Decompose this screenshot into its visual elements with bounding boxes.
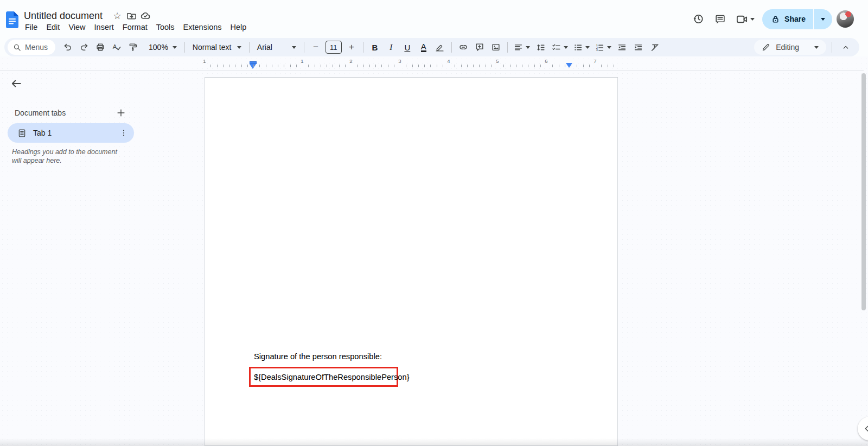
menu-tools[interactable]: Tools (152, 22, 179, 33)
clear-formatting-button[interactable] (648, 40, 662, 54)
share-label: Share (784, 15, 806, 23)
ruler-tick (589, 65, 590, 67)
star-button[interactable]: ☆ (110, 9, 124, 23)
redo-button[interactable] (77, 40, 91, 54)
toolbar-divider (184, 42, 185, 53)
comments-button[interactable] (709, 8, 731, 30)
left-indent-marker[interactable] (250, 64, 256, 69)
menus-search-button[interactable]: Menus (8, 40, 55, 55)
merge-tag-box[interactable]: ${DealsSignatureOfTheResponsiblePerson} (249, 367, 398, 387)
add-comment-button[interactable] (473, 40, 487, 54)
ruler-tick (467, 65, 468, 67)
ruler-tick (229, 65, 229, 67)
checklist-button[interactable] (549, 40, 571, 54)
google-docs-logo-icon[interactable] (6, 11, 18, 28)
undo-button[interactable] (61, 40, 75, 54)
share-button[interactable]: Share (762, 9, 813, 29)
chevron-down-icon (526, 46, 530, 49)
ruler-tick (308, 65, 309, 67)
decrease-indent-button[interactable] (615, 40, 629, 54)
version-history-button[interactable] (687, 8, 709, 30)
line-spacing-button[interactable] (534, 40, 548, 54)
paragraph-style-select[interactable]: Normal text (188, 40, 246, 54)
back-button[interactable] (7, 74, 26, 93)
ruler-tick (486, 65, 486, 67)
meet-video-button[interactable] (731, 8, 752, 30)
increase-indent-button[interactable] (631, 40, 646, 54)
move-folder-button[interactable] (124, 9, 138, 23)
right-indent-marker[interactable] (566, 63, 572, 68)
ruler-tick (430, 65, 431, 67)
zoom-select[interactable]: 100% (144, 40, 181, 54)
menubar: File Edit View Insert Format Tools Exten… (21, 22, 251, 33)
document-tabs-title: Document tabs (15, 109, 66, 117)
vertical-scrollbar-thumb[interactable] (861, 73, 866, 310)
menu-format[interactable]: Format (118, 22, 152, 33)
ruler-tick (479, 65, 480, 67)
paint-format-button[interactable] (126, 40, 140, 54)
ruler-tick (559, 65, 559, 67)
app-header: Untitled document ☆ File Edit View Inser… (0, 0, 868, 38)
insert-image-button[interactable] (489, 40, 503, 54)
sidebar-tab-1[interactable]: Tab 1 (8, 123, 134, 143)
pencil-icon (762, 43, 770, 52)
headings-hint: Headings you add to the document will ap… (12, 148, 122, 165)
font-size-input[interactable]: 11 (326, 41, 342, 54)
ruler-tick (381, 65, 382, 67)
ruler-tick (388, 65, 388, 67)
ruler-tick (473, 65, 474, 67)
highlight-color-button[interactable] (433, 40, 447, 54)
spell-check-button[interactable]: A (110, 40, 124, 54)
cloud-saved-icon[interactable] (138, 9, 152, 23)
text-color-button[interactable]: A (417, 40, 431, 54)
toolbar-divider (832, 42, 832, 53)
ruler-tick (217, 65, 218, 67)
share-dropdown-button[interactable] (814, 9, 832, 29)
horizontal-ruler[interactable]: 11234567 (205, 58, 618, 70)
document-page[interactable]: Signature of the person responsible: ${D… (205, 77, 618, 446)
bullet-list-button[interactable] (571, 40, 592, 54)
add-tab-button[interactable] (113, 105, 129, 120)
menu-file[interactable]: File (21, 22, 42, 33)
ruler-number: 6 (545, 58, 547, 64)
font-size-decrease-button[interactable]: − (309, 40, 323, 54)
menu-extensions[interactable]: Extensions (179, 22, 226, 33)
align-button[interactable] (511, 40, 533, 54)
tab-options-button[interactable] (117, 126, 131, 140)
menu-view[interactable]: View (64, 22, 90, 33)
ruler-tick (375, 65, 376, 67)
share-button-group: Share (762, 9, 832, 29)
font-family-select[interactable]: Arial (253, 40, 301, 54)
ruler-tick (534, 65, 535, 67)
ruler-tick (357, 65, 358, 67)
ruler-tick (296, 65, 297, 67)
editing-mode-select[interactable]: Editing (754, 40, 826, 55)
ruler-tick (492, 65, 492, 67)
italic-button[interactable]: I (384, 40, 398, 54)
ruler-number: 1 (203, 58, 206, 64)
collapse-toolbar-button[interactable] (839, 40, 853, 54)
numbered-list-button[interactable]: 1 2 3 (592, 40, 614, 54)
ruler-number: 1 (301, 58, 303, 64)
ruler-tick (321, 65, 321, 67)
menu-help[interactable]: Help (226, 22, 251, 33)
search-icon (13, 43, 21, 52)
meet-dropdown-caret[interactable] (750, 18, 755, 21)
ruler-tick (272, 65, 272, 67)
underline-button[interactable]: U (400, 40, 414, 54)
toolbar-divider (363, 42, 363, 53)
font-size-increase-button[interactable]: + (344, 40, 359, 54)
toolbar-divider (304, 42, 304, 53)
ruler-tick (278, 65, 278, 67)
ruler-number: 3 (398, 58, 401, 64)
document-text-line[interactable]: Signature of the person responsible: (254, 352, 382, 361)
insert-link-button[interactable] (456, 40, 470, 54)
menu-edit[interactable]: Edit (42, 22, 64, 33)
print-button[interactable] (93, 40, 107, 54)
account-avatar[interactable] (837, 10, 854, 28)
document-title[interactable]: Untitled document (24, 10, 103, 22)
ruler-tick (266, 65, 266, 67)
menu-insert[interactable]: Insert (90, 22, 118, 33)
bold-button[interactable]: B (368, 40, 382, 54)
ruler-tick (253, 65, 254, 67)
